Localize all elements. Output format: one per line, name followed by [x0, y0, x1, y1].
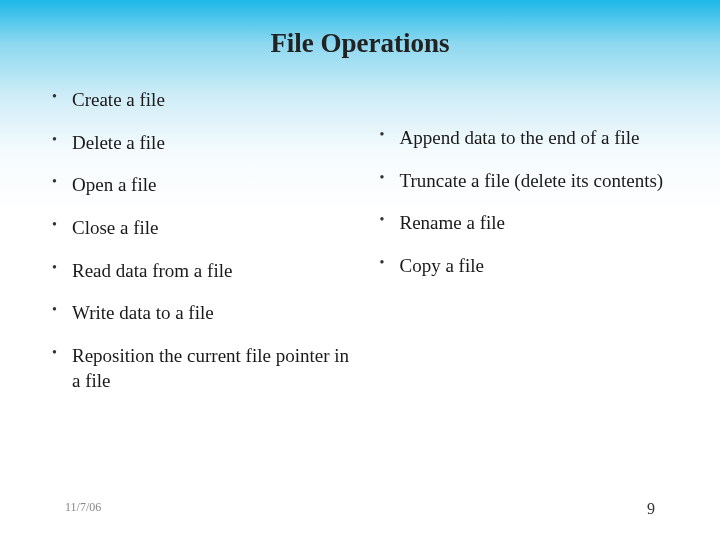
list-item: Write data to a file	[50, 292, 358, 335]
slide-footer: 11/7/06 9	[0, 500, 720, 518]
list-item: Append data to the end of a file	[378, 117, 686, 160]
left-list: Create a file Delete a file Open a file …	[50, 79, 358, 403]
list-item: Copy a file	[378, 245, 686, 288]
list-item: Rename a file	[378, 202, 686, 245]
list-item: Delete a file	[50, 122, 358, 165]
right-list: Append data to the end of a file Truncat…	[378, 117, 686, 288]
list-item: Open a file	[50, 164, 358, 207]
slide-title: File Operations	[0, 0, 720, 79]
slide-content: Create a file Delete a file Open a file …	[0, 79, 720, 403]
page-number: 9	[647, 500, 655, 518]
footer-date: 11/7/06	[65, 500, 101, 518]
right-column: Append data to the end of a file Truncat…	[378, 79, 686, 403]
list-item: Create a file	[50, 79, 358, 122]
list-item: Truncate a file (delete its contents)	[378, 160, 686, 203]
list-item: Reposition the current file pointer in a…	[50, 335, 358, 402]
list-item: Read data from a file	[50, 250, 358, 293]
left-column: Create a file Delete a file Open a file …	[50, 79, 358, 403]
list-item: Close a file	[50, 207, 358, 250]
